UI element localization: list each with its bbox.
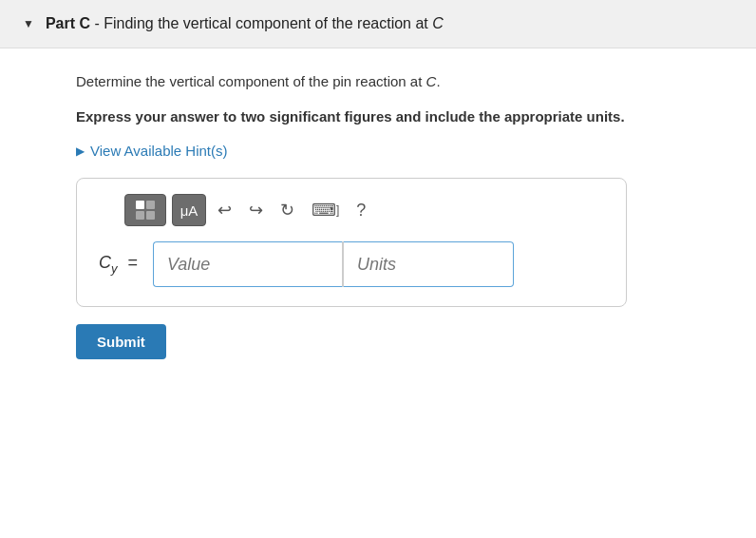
- svg-rect-2: [136, 211, 144, 220]
- input-row: Cy =: [96, 241, 607, 287]
- part-title: Part C - Finding the vertical component …: [46, 15, 444, 32]
- undo-icon: ↩: [217, 200, 232, 221]
- units-input[interactable]: [343, 241, 514, 287]
- part-header: ▼ Part C - Finding the vertical componen…: [0, 0, 756, 48]
- part-label: Part C: [46, 15, 90, 31]
- content-area: Determine the vertical component of the …: [0, 48, 756, 382]
- undo-button[interactable]: ↩: [212, 198, 237, 222]
- description-text: Determine the vertical component of the …: [76, 71, 680, 93]
- reset-icon: ↻: [280, 200, 294, 221]
- keyboard-icon: ⌨: [312, 200, 336, 221]
- value-input[interactable]: [153, 241, 343, 287]
- answer-box: μA ↩ ↪ ↻ ⌨ ] ?: [76, 178, 627, 307]
- hint-link[interactable]: ▶ View Available Hint(s): [76, 143, 680, 159]
- mu-button[interactable]: μA: [172, 194, 206, 226]
- redo-button[interactable]: ↪: [243, 198, 269, 222]
- hint-label: View Available Hint(s): [90, 143, 228, 159]
- help-button[interactable]: ?: [350, 199, 371, 222]
- help-icon: ?: [356, 201, 366, 221]
- toolbar: μA ↩ ↪ ↻ ⌨ ] ?: [96, 194, 607, 226]
- grid-icon: [135, 200, 156, 221]
- redo-icon: ↪: [249, 200, 263, 221]
- submit-button[interactable]: Submit: [76, 324, 166, 359]
- svg-rect-1: [146, 201, 155, 209]
- keyboard-button[interactable]: ⌨ ]: [306, 198, 345, 222]
- svg-rect-0: [136, 201, 144, 209]
- grid-layout-button[interactable]: [124, 194, 166, 226]
- mu-icon: μA: [180, 202, 198, 219]
- reset-button[interactable]: ↻: [274, 198, 300, 222]
- collapse-chevron-icon[interactable]: ▼: [23, 17, 34, 30]
- hint-arrow-icon: ▶: [76, 144, 85, 158]
- instruction-text: Express your answer to two significant f…: [76, 106, 680, 128]
- svg-rect-3: [146, 211, 155, 220]
- variable-label: Cy =: [96, 253, 143, 276]
